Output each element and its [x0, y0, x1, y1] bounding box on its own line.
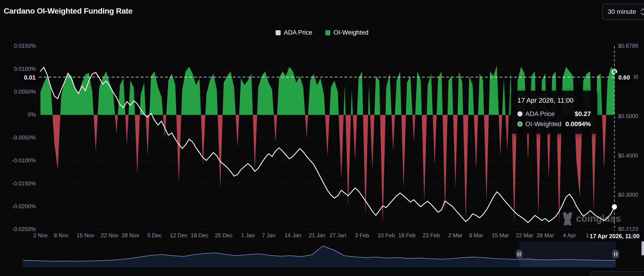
tooltip-oi-weighted-value: 0.0094%	[565, 120, 591, 128]
x-axis-label: 1 Jan	[241, 232, 255, 238]
chart-tooltip: 17 Apr 2026, 11:00 ADA Price $0.27 OI-We…	[511, 91, 597, 134]
y-axis-left-label: 0.0150%	[14, 43, 36, 49]
range-handle-left[interactable]	[516, 250, 523, 259]
x-axis-label: 10 Feb	[378, 232, 395, 238]
coinglass-funding-page: { "header": { "title": "Cardano OI-Weigh…	[0, 0, 644, 276]
y-axis-left-label: -0.0100%	[12, 157, 36, 163]
crosshair-right-value: 0.60	[615, 73, 633, 82]
y-axis-right-label: $0.5000	[618, 113, 638, 119]
x-axis-label: 21 Jan	[309, 232, 326, 238]
scrollbar-thumb[interactable]	[642, 241, 644, 256]
x-axis-label: 2 Nov	[33, 232, 48, 238]
y-axis-right-label: $0.3000	[618, 192, 638, 198]
updown-chevron-icon: ⌃⌄	[638, 275, 644, 276]
crosshair-left-value: 0.01	[22, 73, 38, 82]
y-axis-left-label: 0.0050%	[14, 89, 36, 95]
navigator-selection[interactable]	[519, 241, 616, 267]
x-axis-label: 12 Dec	[170, 232, 188, 238]
x-axis-label: 22 Nov	[101, 232, 118, 238]
x-axis-label: 4 Apr	[563, 232, 576, 238]
x-axis-label: 25 Dec	[215, 232, 232, 238]
x-axis-label: 23 Feb	[422, 232, 440, 238]
oi-weighted-swatch	[325, 30, 330, 35]
funding-rate-chart[interactable]: 0.0150%0.0100%0.0050%0%-0.0050%-0.0100%-…	[0, 0, 644, 276]
y-axis-right-label: $0.6789	[618, 43, 638, 49]
y-axis-left-label: -0.0250%	[12, 226, 36, 232]
tooltip-date: 17 Apr 2026, 11:00	[518, 97, 591, 104]
crosshair-date-value: 17 Apr 2026, 11:00	[588, 231, 641, 241]
x-axis-label: 2 Mar	[448, 232, 462, 238]
funding-bars-negative	[40, 66, 614, 225]
x-axis-label: 8 Mar	[469, 232, 483, 238]
legend-label: ADA Price	[284, 29, 312, 36]
x-axis-label: 28 Nov	[122, 232, 139, 238]
oi-weighted-dot-icon	[518, 122, 522, 127]
y-axis-right-label: $0.4000	[618, 152, 638, 159]
tooltip-row-oi-weighted: OI-Weighted 0.0094%	[518, 120, 591, 128]
ada-price-marker-dot	[612, 204, 617, 209]
y-axis-left-label: -0.0050%	[12, 135, 36, 141]
chart-legend: ADA Price OI-Weighted	[0, 29, 644, 36]
tooltip-ada-price-value: $0.27	[575, 110, 591, 118]
x-axis-label: 16 Feb	[398, 232, 416, 238]
x-axis-label: 8 Nov	[54, 232, 68, 238]
range-handle-right[interactable]	[612, 250, 619, 259]
x-axis-label: 28 Mar	[536, 232, 554, 238]
x-axis-label: 22 Mar	[516, 232, 533, 238]
y-axis-left-label: 0.0100%	[14, 66, 36, 72]
x-axis-label: 14 Jan	[284, 232, 301, 238]
ada-price-dot-icon	[518, 111, 522, 117]
x-axis-label: 18 Dec	[191, 232, 208, 238]
legend-item-ada-price[interactable]: ADA Price	[276, 29, 312, 36]
y-axis-left-label: 0%	[28, 111, 36, 118]
updown-chevron-icon	[640, 8, 644, 16]
x-axis-label: 5 Dec	[147, 232, 162, 238]
interval-dropdown-value: 30 minute	[608, 8, 636, 15]
interval-dropdown[interactable]: 30 minute	[602, 4, 644, 20]
tooltip-row-ada-price: ADA Price $0.27	[518, 110, 591, 118]
y-axis-left-label: -0.0200%	[12, 203, 36, 209]
x-axis-label: 15 Mar	[492, 232, 509, 238]
bottom-corner-dropdown[interactable]: ⌃⌄	[590, 272, 644, 276]
x-axis-label: 27 Jan	[330, 232, 346, 238]
legend-item-oi-weighted[interactable]: OI-Weighted	[325, 29, 368, 36]
legend-label: OI-Weighted	[334, 29, 368, 36]
x-axis-label: 3 Feb	[355, 232, 369, 238]
x-axis-label: 15 Nov	[77, 232, 94, 238]
page-title: Cardano OI-Weighted Funding Rate	[4, 6, 132, 15]
x-axis-label: 7 Jan	[262, 232, 276, 238]
y-axis-left-label: -0.0150%	[12, 180, 36, 186]
ada-price-swatch	[276, 30, 281, 35]
